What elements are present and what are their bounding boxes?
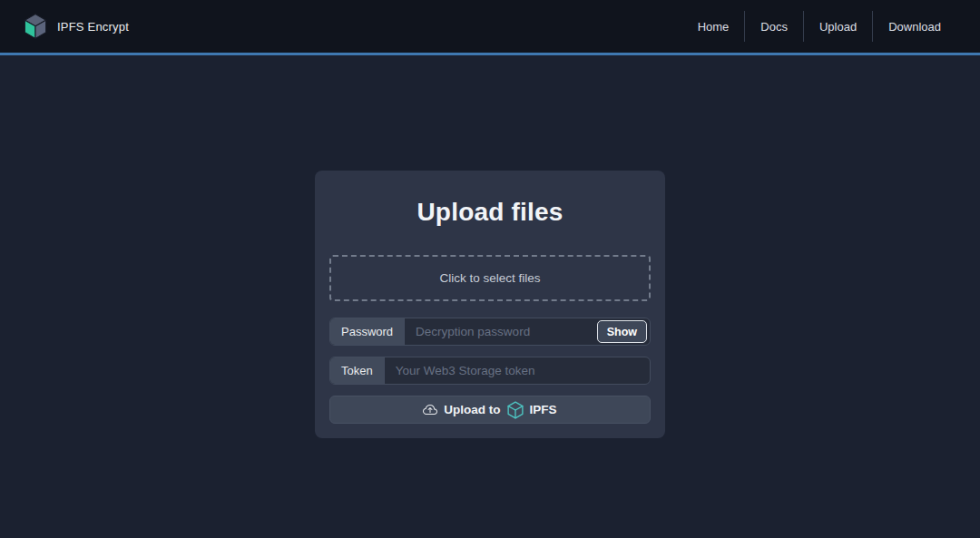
upload-to-ipfs-button[interactable]: Upload to IPFS [329,396,651,424]
upload-button-label: Upload to [444,403,500,416]
show-password-button[interactable]: Show [597,320,647,343]
token-input[interactable] [385,357,650,384]
nav-link-docs[interactable]: Docs [745,20,803,34]
file-dropzone-label: Click to select files [439,271,540,285]
ipfs-cube-outline-icon [507,401,524,419]
token-label: Token [330,357,385,384]
nav-link-home[interactable]: Home [682,20,745,34]
upload-card: Upload files Click to select files Passw… [315,171,665,438]
file-dropzone[interactable]: Click to select files [329,255,651,301]
ipfs-cube-logo-icon [24,14,47,39]
brand[interactable]: IPFS Encrypt [24,14,129,39]
token-input-group: Token [329,357,651,385]
password-input-group: Password Show [329,318,651,346]
page-title: Upload files [329,198,651,227]
brand-name: IPFS Encrypt [57,20,129,34]
navbar: IPFS Encrypt Home Docs Upload Download [0,0,980,55]
nav-link-download[interactable]: Download [873,20,956,34]
password-label: Password [330,318,405,345]
upload-button-label-suffix: IPFS [530,403,557,416]
password-input[interactable] [405,318,597,345]
main-content: Upload files Click to select files Passw… [0,55,980,438]
nav-links: Home Docs Upload Download [682,11,956,42]
cloud-arrow-up-icon [423,403,437,417]
nav-link-upload[interactable]: Upload [804,20,872,34]
